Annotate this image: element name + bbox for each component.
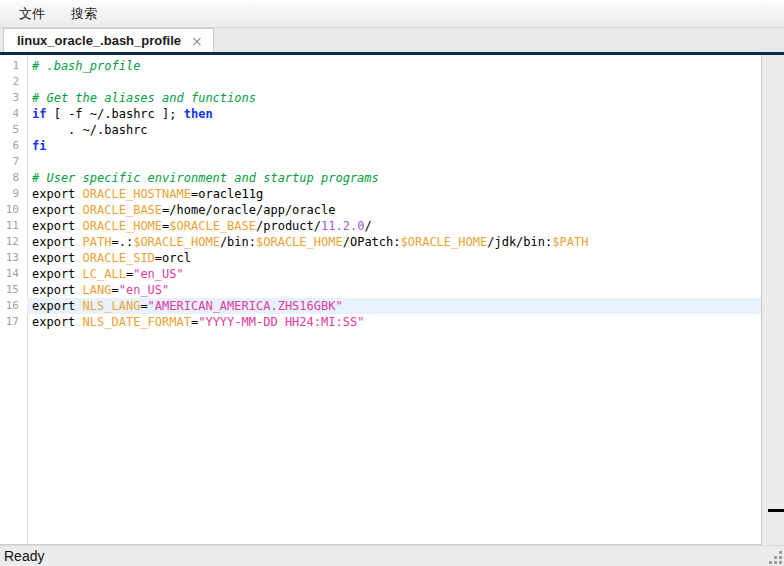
code-line-text: # Get the aliases and functions (27, 90, 761, 106)
line-number: 3 (0, 90, 27, 106)
code-editor[interactable]: 1# .bash_profile23# Get the aliases and … (0, 55, 762, 545)
code-line[interactable]: 7 (0, 154, 761, 170)
tab-bash-profile[interactable]: linux_oracle_.bash_profile × (3, 28, 214, 52)
line-number: 15 (0, 282, 27, 298)
code-line[interactable]: 4if [ -f ~/.bashrc ]; then (0, 106, 761, 122)
code-line-text: export LC_ALL="en_US" (27, 266, 761, 282)
code-line[interactable]: 14export LC_ALL="en_US" (0, 266, 761, 282)
line-number: 12 (0, 234, 27, 250)
code-line-text: # User specific environment and startup … (27, 170, 761, 186)
editor-window: 文件 搜索 linux_oracle_.bash_profile × 1# .b… (0, 0, 784, 566)
code-line[interactable]: 13export ORACLE_SID=orcl (0, 250, 761, 266)
code-line-text: export ORACLE_HOSTNAME=oracle11g (27, 186, 761, 202)
code-line[interactable]: 15export LANG="en_US" (0, 282, 761, 298)
code-line-text: export PATH=.:$ORACLE_HOME/bin:$ORACLE_H… (27, 234, 761, 250)
code-line-text (27, 154, 761, 170)
line-number: 7 (0, 154, 27, 170)
line-number: 10 (0, 202, 27, 218)
code-line-text: fi (27, 138, 761, 154)
line-number: 6 (0, 138, 27, 154)
code-line[interactable]: 9export ORACLE_HOSTNAME=oracle11g (0, 186, 761, 202)
line-number: 11 (0, 218, 27, 234)
code-line[interactable]: 6fi (0, 138, 761, 154)
code-line-text: export ORACLE_SID=orcl (27, 250, 761, 266)
close-icon[interactable]: × (191, 34, 203, 48)
line-number: 8 (0, 170, 27, 186)
code-line[interactable]: 11export ORACLE_HOME=$ORACLE_BASE/produc… (0, 218, 761, 234)
line-number: 16 (0, 298, 27, 314)
code-line-text: # .bash_profile (27, 58, 761, 74)
line-number: 9 (0, 186, 27, 202)
code-line[interactable]: 16export NLS_LANG="AMERICAN_AMERICA.ZHS1… (0, 298, 761, 314)
status-text: Ready (0, 548, 44, 564)
resize-grip-icon[interactable] (767, 549, 782, 564)
code-line-text (27, 74, 761, 90)
code-line[interactable]: 10export ORACLE_BASE=/home/oracle/app/or… (0, 202, 761, 218)
code-line-text: export ORACLE_BASE=/home/oracle/app/orac… (27, 202, 761, 218)
scroll-marker (768, 509, 784, 512)
line-number: 1 (0, 58, 27, 74)
code-line-text: export LANG="en_US" (27, 282, 761, 298)
line-number: 14 (0, 266, 27, 282)
code-line-text: export NLS_LANG="AMERICAN_AMERICA.ZHS16G… (27, 298, 761, 314)
line-number: 4 (0, 106, 27, 122)
line-number: 13 (0, 250, 27, 266)
tab-label: linux_oracle_.bash_profile (17, 33, 181, 48)
menu-bar: 文件 搜索 (0, 0, 784, 28)
tab-bar: linux_oracle_.bash_profile × (0, 28, 784, 52)
code-line-text: export NLS_DATE_FORMAT="YYYY-MM-DD HH24:… (27, 314, 761, 330)
code-line[interactable]: 3# Get the aliases and functions (0, 90, 761, 106)
scrollbar-track[interactable] (762, 55, 784, 545)
status-bar: Ready (0, 545, 784, 566)
menu-item-file[interactable]: 文件 (10, 1, 54, 27)
code-line[interactable]: 2 (0, 74, 761, 90)
line-number: 17 (0, 314, 27, 330)
code-line[interactable]: 8# User specific environment and startup… (0, 170, 761, 186)
line-number: 2 (0, 74, 27, 90)
code-line[interactable]: 12export PATH=.:$ORACLE_HOME/bin:$ORACLE… (0, 234, 761, 250)
line-number: 5 (0, 122, 27, 138)
menu-item-search[interactable]: 搜索 (62, 1, 106, 27)
code-line-text: if [ -f ~/.bashrc ]; then (27, 106, 761, 122)
code-line[interactable]: 17export NLS_DATE_FORMAT="YYYY-MM-DD HH2… (0, 314, 761, 330)
code-line-text: export ORACLE_HOME=$ORACLE_BASE/product/… (27, 218, 761, 234)
code-lines: 1# .bash_profile23# Get the aliases and … (0, 58, 761, 330)
code-line-text: . ~/.bashrc (27, 122, 761, 138)
code-line[interactable]: 5 . ~/.bashrc (0, 122, 761, 138)
code-line[interactable]: 1# .bash_profile (0, 58, 761, 74)
